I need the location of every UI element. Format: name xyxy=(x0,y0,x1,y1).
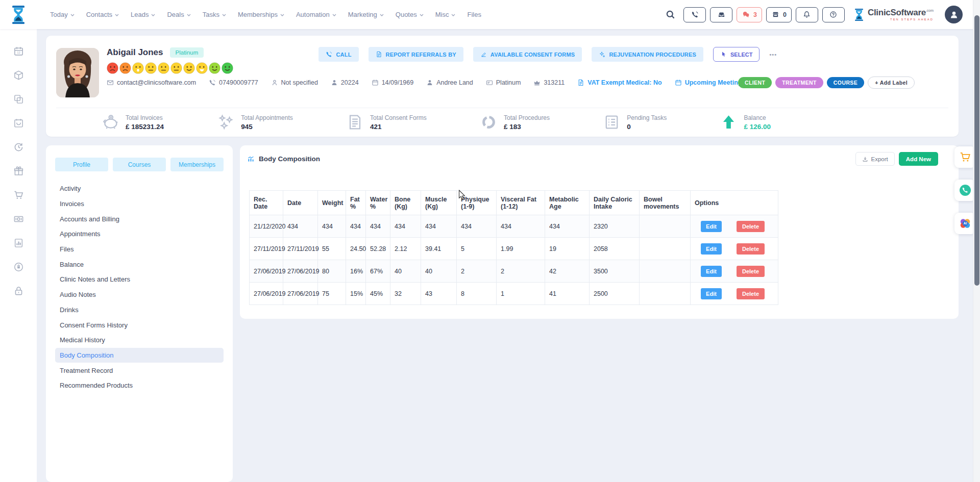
table-header-cell: Daily Caloric Intake xyxy=(590,191,640,215)
nav-item[interactable]: Memberships xyxy=(238,11,284,18)
help-button[interactable] xyxy=(822,7,845,22)
mood-face-icon[interactable] xyxy=(183,62,195,74)
help-icon xyxy=(829,11,838,18)
patient-detail: contact@clinicsoftware.com xyxy=(107,79,196,86)
nav-item[interactable]: Files xyxy=(467,11,481,18)
cell-caloric-intake: 2058 xyxy=(590,238,640,260)
detail-icon xyxy=(107,79,114,86)
export-button[interactable]: Export xyxy=(855,152,895,166)
user-avatar[interactable] xyxy=(945,6,963,23)
header-action-button[interactable]: REJUVENATION PROCEDURES xyxy=(592,47,703,62)
nav-item[interactable]: Deals xyxy=(167,11,190,18)
rail-icon[interactable] xyxy=(13,190,24,200)
cell-bowel-movements xyxy=(640,260,691,283)
rail-icon[interactable] xyxy=(13,166,24,176)
cell-metabolic-age: 434 xyxy=(545,215,590,238)
sidebar-menu-item[interactable]: Treatment Record xyxy=(55,363,224,378)
inbox-button[interactable] xyxy=(710,7,732,22)
notifications-button[interactable] xyxy=(796,7,818,22)
nav-item-label: Leads xyxy=(131,11,149,18)
delete-button[interactable]: Delete xyxy=(737,288,765,299)
nav-item[interactable]: Automation xyxy=(296,11,336,18)
delete-button[interactable]: Delete xyxy=(737,243,765,255)
mood-face-icon[interactable] xyxy=(196,62,208,74)
rail-icon[interactable]: 12 xyxy=(13,46,24,57)
detail-icon xyxy=(486,79,493,86)
nav-item[interactable]: Misc xyxy=(435,11,456,18)
download-icon xyxy=(862,156,868,162)
header-action-button[interactable]: AVAILABLE CONSENT FORMS xyxy=(473,47,582,62)
chevron-down-icon xyxy=(187,14,191,17)
more-options-button[interactable]: ••• xyxy=(769,52,777,58)
rail-icon[interactable] xyxy=(13,214,24,224)
nav-item[interactable]: Today xyxy=(50,11,75,18)
sidebar-menu-item[interactable]: Clinic Notes and Letters xyxy=(55,272,224,287)
profile-tab[interactable]: Memberships xyxy=(170,158,224,171)
action-icon xyxy=(480,51,487,58)
patient-detail: Not specified xyxy=(271,79,318,86)
search-icon[interactable] xyxy=(666,10,675,19)
chevron-down-icon xyxy=(115,14,119,17)
mood-face-icon[interactable] xyxy=(158,62,169,74)
sidebar-menu-item[interactable]: Accounts and Billing xyxy=(55,211,224,226)
sidebar-menu-item[interactable]: Balance xyxy=(55,257,224,272)
app-logo[interactable] xyxy=(0,4,37,26)
action-label: AVAILABLE CONSENT FORMS xyxy=(491,52,575,58)
stat-label: Total Invoices xyxy=(126,114,164,121)
mood-face-icon[interactable] xyxy=(222,62,233,74)
sidebar-menu-item[interactable]: Audio Notes xyxy=(55,287,224,302)
detail-icon xyxy=(675,79,682,86)
inbox-icon xyxy=(717,11,726,18)
delete-button[interactable]: Delete xyxy=(737,221,765,232)
edit-button[interactable]: Edit xyxy=(701,288,722,299)
pos-button[interactable]: 0 xyxy=(766,7,792,22)
sidebar-menu-item[interactable]: Medical History xyxy=(55,333,224,348)
dialer-button[interactable] xyxy=(683,7,706,22)
profile-tab[interactable]: Profile xyxy=(55,158,108,171)
cell-metabolic-age: 42 xyxy=(545,260,590,283)
mood-face-icon[interactable] xyxy=(119,62,131,74)
rail-icon[interactable] xyxy=(13,286,24,296)
rail-icon[interactable] xyxy=(13,238,24,248)
mood-face-icon[interactable] xyxy=(170,62,182,74)
mood-face-icon[interactable] xyxy=(145,62,157,74)
sidebar-menu-item[interactable]: Invoices xyxy=(55,196,224,212)
sidebar-menu-item[interactable]: Drinks xyxy=(55,302,224,318)
profile-tab[interactable]: Courses xyxy=(113,158,166,171)
mood-face-icon[interactable] xyxy=(209,62,220,74)
delete-button[interactable]: Delete xyxy=(737,266,765,277)
sidebar-menu-item[interactable]: Consent Forms History xyxy=(55,317,224,333)
cash-register-icon xyxy=(771,11,780,18)
header-action-button[interactable]: REPORT REFERRALS BY xyxy=(369,47,463,62)
add-new-button[interactable]: Add New xyxy=(899,152,938,166)
nav-item[interactable]: Quotes xyxy=(396,11,424,18)
rail-icon[interactable] xyxy=(13,262,24,272)
rail-icon[interactable] xyxy=(13,142,24,153)
header-action-button[interactable]: CALL xyxy=(318,47,358,62)
edit-button[interactable]: Edit xyxy=(701,221,722,232)
add-label-button[interactable]: + Add Label xyxy=(868,77,915,89)
nav-item[interactable]: Tasks xyxy=(203,11,226,18)
sidebar-menu-item[interactable]: Activity xyxy=(55,181,224,196)
rail-icon[interactable] xyxy=(13,70,24,81)
rail-icon[interactable] xyxy=(13,118,24,129)
stat-value: 0 xyxy=(627,123,667,131)
cell-bowel-movements xyxy=(640,283,691,305)
mood-face-icon[interactable] xyxy=(107,62,118,74)
edit-button[interactable]: Edit xyxy=(701,243,722,255)
nav-item-label: Marketing xyxy=(348,11,377,18)
sidebar-menu-item[interactable]: Body Composition xyxy=(55,348,224,363)
rail-icon[interactable] xyxy=(13,94,24,105)
edit-button[interactable]: Edit xyxy=(701,266,722,277)
chat-button[interactable]: 3 xyxy=(737,7,762,22)
mood-face-icon[interactable] xyxy=(132,62,144,74)
scrollbar-thumb[interactable] xyxy=(974,15,979,286)
sidebar-menu-item[interactable]: Recommended Products xyxy=(55,378,224,393)
panel-title: Body Composition xyxy=(247,155,320,163)
select-button[interactable]: SELECT xyxy=(713,47,760,62)
sidebar-menu-item[interactable]: Files xyxy=(55,242,224,257)
nav-item[interactable]: Marketing xyxy=(348,11,384,18)
nav-item[interactable]: Contacts xyxy=(86,11,119,18)
nav-item[interactable]: Leads xyxy=(131,11,155,18)
sidebar-menu-item[interactable]: Appointments xyxy=(55,226,224,242)
